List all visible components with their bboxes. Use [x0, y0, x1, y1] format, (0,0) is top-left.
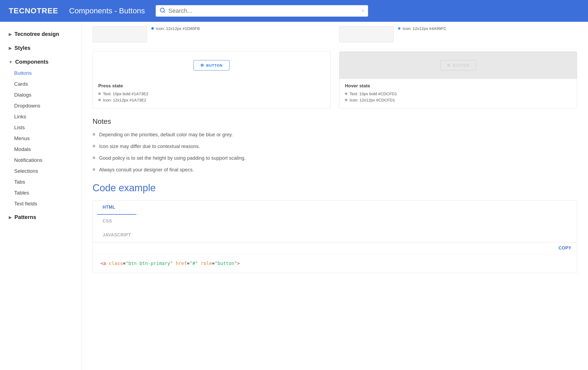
notes-section: Notes Depending on the priorities, defau…: [93, 117, 577, 174]
note-item: Depending on the priorities, default col…: [93, 131, 577, 138]
hover-state-detail-text-2: Icon: 12x12px #CDCFD1: [350, 98, 395, 102]
hover-state-detail-text-1: Text: 10px bold #CDCFD1: [350, 91, 397, 96]
sidebar-item-modals[interactable]: Modals: [0, 144, 81, 155]
press-state-button[interactable]: ⚙ BUTTON: [194, 60, 229, 70]
code-tabs: HTMLCSSJAVASCRIPT: [93, 201, 577, 242]
color-dot: [151, 27, 154, 30]
sidebar-group-styles[interactable]: ▶ Styles: [0, 42, 81, 54]
code-value-href: "#": [190, 261, 198, 266]
code-value-class: "btn btn-primary": [125, 261, 173, 266]
hover-state-detail-2: Icon: 12x12px #CDCFD1: [345, 98, 571, 102]
close-icon[interactable]: ×: [362, 8, 364, 13]
press-state-info: Press state Text: 10px bold #1A73E2 Icon…: [93, 79, 330, 108]
code-tag-close: >: [237, 261, 240, 266]
dot-icon: [345, 92, 347, 95]
sidebar-item-menus[interactable]: Menus: [0, 133, 81, 144]
partial-detail-right-text: Icon: 12x12px #4A99FC: [403, 26, 446, 31]
sidebar-item-tabs[interactable]: Tabs: [0, 177, 81, 187]
note-item: Good policy is to set the height by usin…: [93, 155, 577, 162]
press-state-detail-text-2: Icon: 12x12px #1A73E2: [103, 98, 146, 102]
hover-state-button[interactable]: ⚙ BUTTON: [440, 60, 476, 70]
search-bar: ×: [156, 5, 368, 17]
press-state-detail-text-1: Text: 10px bold #1A73E2: [103, 91, 148, 96]
logo: TECNOTREE: [9, 7, 58, 15]
sidebar-item-buttons[interactable]: Buttons: [0, 68, 81, 79]
sidebar-item-tables[interactable]: Tables: [0, 187, 81, 198]
color-dot: [398, 27, 400, 30]
code-content: <a class="btn btn-primary" href="#" role…: [93, 254, 577, 273]
partial-preview-right: [339, 26, 394, 42]
hover-state-detail-1: Text: 10px bold #CDCFD1: [345, 91, 571, 96]
note-text: Icon size may differ due to contextual r…: [99, 143, 200, 150]
note-text: Always consult your designer of final sp…: [99, 166, 194, 174]
sidebar-group-components[interactable]: ▼ Components: [0, 56, 81, 68]
dot-icon: [98, 99, 101, 101]
sidebar-group-label-text: Components: [15, 59, 48, 65]
sidebar-section-components: ▼ Components ButtonsCardsDialogsDropdown…: [0, 56, 81, 209]
hover-state-label: Hover state: [345, 83, 571, 89]
code-equals-2: =: [187, 261, 189, 266]
copy-button[interactable]: COPY: [559, 246, 571, 251]
partial-card-left: Icon: 12x12px #1D80FB: [93, 24, 330, 45]
note-dot: [93, 133, 95, 136]
code-block: HTMLCSSJAVASCRIPT COPY <a class="btn btn…: [93, 200, 577, 273]
code-title: Code example: [93, 182, 577, 194]
search-input[interactable]: [168, 7, 359, 14]
notes-title: Notes: [93, 117, 577, 126]
partial-detail-left: Icon: 12x12px #1D80FB: [151, 26, 200, 31]
partial-detail-right: Icon: 12x12px #4A99FC: [398, 26, 446, 31]
note-text: Good policy is to set the height by usin…: [99, 155, 246, 162]
partial-card-right: Icon: 12x12px #4A99FC: [339, 24, 577, 45]
note-dot: [93, 156, 95, 159]
code-attr-href: href: [173, 261, 187, 266]
code-tab-javascript[interactable]: JAVASCRIPT: [97, 228, 136, 242]
press-state-card: ⚙ BUTTON Press state Text: 10px bold #1A…: [93, 51, 330, 109]
dot-icon: [98, 92, 101, 95]
partial-detail-left-text: Icon: 12x12px #1D80FB: [156, 26, 200, 31]
sidebar-item-cards[interactable]: Cards: [0, 79, 81, 90]
hover-state-preview: ⚙ BUTTON: [339, 52, 577, 79]
chevron-right-icon: ▶: [9, 46, 12, 50]
press-state-label: Press state: [98, 83, 325, 89]
sidebar-item-text-fields[interactable]: Text fields: [0, 198, 81, 209]
note-item: Icon size may differ due to contextual r…: [93, 143, 577, 150]
sidebar-section-tecnotree: ▶ Tecnotree design: [0, 28, 81, 40]
press-state-detail-2: Icon: 12x12px #1A73E2: [98, 98, 325, 102]
code-tag-open: <a: [100, 261, 109, 266]
main-content: Icon: 12x12px #1D80FB Icon: 12x12px #4A9…: [82, 22, 588, 370]
sidebar-group-tecnotree-design[interactable]: ▶ Tecnotree design: [0, 28, 81, 40]
sidebar-item-links[interactable]: Links: [0, 111, 81, 122]
code-equals-3: =: [212, 261, 215, 266]
sidebar-item-notifications[interactable]: Notifications: [0, 155, 81, 166]
chevron-right-icon: ▶: [9, 215, 12, 220]
code-tab-css[interactable]: CSS: [97, 214, 136, 229]
code-tabs-list: HTMLCSSJAVASCRIPT: [97, 201, 136, 242]
page-title: Components - Buttons: [69, 7, 145, 15]
partial-preview-left: [93, 26, 147, 42]
sidebar-item-dialogs[interactable]: Dialogs: [0, 90, 81, 100]
sidebar-item-dropdowns[interactable]: Dropdowns: [0, 100, 81, 111]
sidebar-section-styles: ▶ Styles: [0, 42, 81, 54]
sidebar-group-label-text: Patterns: [14, 214, 36, 220]
press-state-detail-1: Text: 10px bold #1A73E2: [98, 91, 325, 96]
sidebar-components-list: ButtonsCardsDialogsDropdownsLinksListsMe…: [0, 68, 81, 209]
hover-state-button-label: BUTTON: [453, 63, 469, 67]
note-text: Depending on the priorities, default col…: [99, 131, 233, 138]
partial-top-row: Icon: 12x12px #1D80FB Icon: 12x12px #4A9…: [93, 22, 577, 49]
hover-state-card: ⚙ BUTTON Hover state Text: 10px bold #CD…: [339, 51, 577, 109]
sidebar-group-label-text: Tecnotree design: [14, 31, 59, 37]
code-toolbar: COPY: [93, 242, 577, 254]
press-state-preview: ⚙ BUTTON: [93, 52, 330, 79]
note-dot: [93, 145, 95, 147]
code-value-role: "button": [215, 261, 237, 266]
sidebar: ▶ Tecnotree design ▶ Styles ▼ Components…: [0, 22, 82, 370]
chevron-down-icon: ▼: [9, 60, 13, 64]
search-icon: [160, 7, 166, 14]
sidebar-group-patterns[interactable]: ▶ Patterns: [0, 211, 81, 223]
sidebar-item-lists[interactable]: Lists: [0, 122, 81, 133]
gear-icon: ⚙: [447, 63, 451, 67]
code-tab-html[interactable]: HTML: [97, 201, 136, 215]
sidebar-item-selections[interactable]: Selections: [0, 166, 81, 177]
sidebar-group-label-text: Styles: [14, 45, 30, 51]
code-equals: =: [123, 261, 125, 266]
